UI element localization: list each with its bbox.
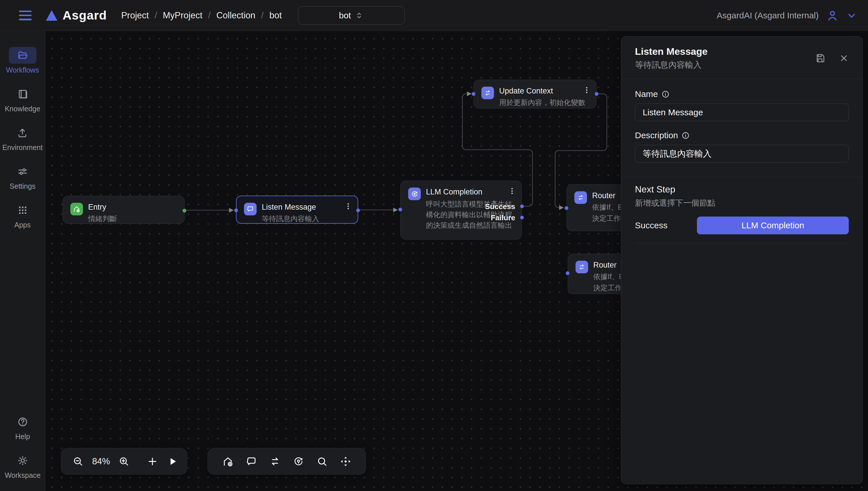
workflow-select[interactable]: bot — [298, 6, 405, 25]
close-icon[interactable] — [839, 53, 849, 63]
sidebar-item-knowledge[interactable]: Knowledge — [5, 86, 40, 113]
port-listen-out[interactable] — [356, 208, 360, 212]
sidebar-item-environment[interactable]: Environment — [2, 124, 43, 152]
fit-view-icon[interactable] — [340, 456, 351, 467]
menu-icon[interactable] — [19, 10, 32, 20]
workflow-select-value: bot — [339, 10, 351, 20]
description-label: Description — [635, 131, 678, 140]
port-llm-failure[interactable] — [520, 216, 524, 220]
sidebar-item-workspace[interactable]: Workspace — [5, 452, 41, 480]
name-input[interactable] — [635, 104, 849, 121]
node-subtitle: 等待訊息內容輸入 — [262, 214, 319, 223]
swap-arrows-icon — [484, 89, 491, 97]
swap-arrows-icon — [577, 194, 585, 201]
info-icon[interactable] — [681, 132, 690, 140]
node-subtitle: 用於更新內容，初始化變數 — [499, 98, 585, 107]
account-chevron-down-icon[interactable] — [846, 10, 857, 21]
node-entry[interactable]: Entry 情緒判斷 — [62, 196, 185, 224]
sidebar-item-label: Workspace — [5, 471, 41, 480]
node-title: LLM Completion — [426, 187, 516, 197]
node-menu-icon[interactable] — [582, 85, 591, 95]
info-icon[interactable] — [661, 90, 670, 98]
success-output-label: Success — [635, 221, 697, 230]
user-icon[interactable] — [826, 9, 839, 22]
sidebar-item-label: Workflows — [6, 66, 39, 74]
zoom-level: 84% — [92, 456, 110, 467]
book-icon — [17, 89, 28, 99]
sidebar-item-settings[interactable]: Settings — [9, 163, 36, 191]
name-label: Name — [635, 89, 658, 99]
output-label-failure: Failure — [491, 213, 515, 222]
sidebar-item-help[interactable]: Help — [9, 413, 36, 441]
port-llm-success[interactable] — [520, 204, 524, 208]
top-bar: Asgard Project / MyProject / Collection … — [0, 0, 868, 31]
node-palette-toolbar — [208, 448, 366, 475]
node-title: Listen Message — [262, 202, 319, 212]
account-label: AsgardAI (Asgard Internal) — [717, 10, 819, 20]
next-step-title: Next Step — [635, 184, 849, 195]
node-update-context[interactable]: Update Context 用於更新內容，初始化變數 — [473, 80, 596, 108]
add-button[interactable] — [147, 456, 158, 467]
help-circle-icon — [17, 416, 28, 427]
breadcrumb-collection[interactable]: Collection — [216, 10, 255, 21]
breadcrumb-bot[interactable]: bot — [269, 10, 281, 21]
save-icon[interactable] — [815, 53, 826, 63]
port-llm-in[interactable] — [399, 208, 402, 211]
add-router-node-icon[interactable] — [269, 456, 281, 467]
add-message-node-icon[interactable] — [246, 456, 257, 467]
select-updown-icon — [355, 11, 363, 20]
sidebar-item-label: Help — [15, 433, 30, 441]
chat-bubble-icon — [247, 205, 254, 213]
node-inspector-panel: Listen Message 等待訊息內容輸入 Name Description… — [621, 36, 863, 484]
port-update-context-out[interactable] — [595, 92, 598, 96]
zoom-toolbar: 84% — [61, 448, 187, 475]
node-title: Entry — [88, 202, 117, 212]
brand-name: Asgard — [62, 8, 107, 22]
node-listen-message[interactable]: Listen Message 等待訊息內容輸入 — [236, 196, 358, 224]
add-llm-node-icon[interactable] — [293, 456, 304, 467]
apps-grid-icon — [17, 205, 28, 216]
next-step-subtitle: 新增或選擇下一個節點 — [635, 198, 849, 208]
llm-cycle-icon — [411, 190, 418, 198]
run-workflow-button[interactable] — [167, 456, 178, 467]
sidebar-item-workflows[interactable]: Workflows — [6, 47, 39, 74]
sidebar-item-apps[interactable]: Apps — [9, 202, 36, 229]
node-title: Update Context — [499, 86, 585, 96]
search-nodes-icon[interactable] — [316, 456, 328, 467]
sidebar-item-label: Environment — [2, 143, 43, 152]
sliders-icon — [17, 166, 28, 177]
swap-arrows-icon — [578, 263, 586, 271]
port-entry-out[interactable] — [183, 209, 186, 212]
sidebar-item-label: Knowledge — [5, 105, 40, 113]
upload-icon — [17, 127, 28, 138]
panel-divider — [621, 177, 863, 177]
asgard-logo-icon — [45, 10, 58, 21]
zoom-out-button[interactable] — [73, 456, 84, 467]
add-entry-node-icon[interactable] — [222, 456, 234, 467]
folder-icon — [17, 50, 28, 61]
breadcrumb-myproject[interactable]: MyProject — [163, 10, 202, 21]
port-listen-in[interactable] — [234, 208, 238, 212]
breadcrumb-project[interactable]: Project — [121, 10, 149, 21]
node-menu-icon[interactable] — [508, 186, 516, 196]
house-plus-icon — [73, 205, 80, 213]
sidebar-item-label: Apps — [15, 221, 31, 229]
port-router2-in[interactable] — [566, 271, 569, 275]
zoom-in-button[interactable] — [118, 456, 130, 467]
panel-divider — [635, 243, 849, 243]
breadcrumb: Project / MyProject / Collection / bot — [121, 10, 281, 21]
output-label-success: Success — [485, 202, 515, 211]
port-router1-in[interactable] — [565, 206, 568, 210]
node-menu-icon[interactable] — [344, 201, 352, 211]
node-subtitle: 情緒判斷 — [88, 214, 117, 223]
description-input[interactable] — [635, 145, 849, 163]
success-target-button[interactable]: LLM Completion — [697, 216, 849, 234]
sidebar: Workflows Knowledge Environment Settings… — [0, 31, 45, 491]
gear-icon — [17, 455, 28, 466]
sidebar-item-label: Settings — [9, 182, 35, 191]
node-llm-completion[interactable]: LLM Completion 呼叫大型語言模型並產生結構化的資料輸出以輔助流程的… — [400, 181, 522, 239]
port-update-context-in[interactable] — [471, 92, 475, 96]
